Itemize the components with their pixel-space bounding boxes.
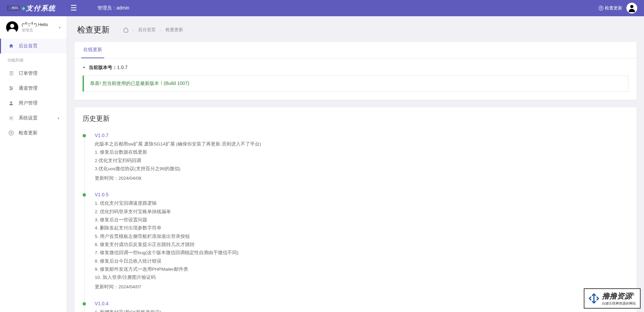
timeline: V1.0.7此版本之后都用sw扩展 废除SG14扩展 (确保你安装了再更新,否则… [74,126,637,312]
timeline-line: 4. 删除发起支付出现参数字符串 [95,224,626,232]
timeline-line: 9. 修复邮件发送方式一改用PHPMailer邮件类 [95,265,626,273]
sidebar-item-label: 通道管理 [19,85,59,91]
logo-area: 二维码 ◆ 支付系统 [0,0,67,16]
svg-point-11 [10,117,12,119]
sidebar-item-label: 检查更新 [19,130,59,136]
timeline-time: 更新时间：2024/04/08 [95,174,626,182]
timeline-line: 1. 修复后台数据在线更新 [95,148,626,156]
timeline-line: 3.优化uos微信协议(支持百分之99的微信) [95,165,626,173]
sidebar-item-label: 订单管理 [19,70,59,76]
user-icon [8,101,14,106]
sidebar-item-settings[interactable]: 系统设置 ▾ [0,111,67,126]
breadcrumb-home[interactable]: 后台首页 [138,27,156,33]
timeline-line: 8. 修复后台今日总收入统计错误 [95,257,626,265]
header-right: 检查更新 [599,3,644,14]
svg-point-10 [10,102,12,103]
history-card: 历史更新 V1.0.7此版本之后都用sw扩展 废除SG14扩展 (确保你安装了再… [74,107,637,312]
sidebar-home-label: 后台首页 [19,43,59,49]
timeline-content: 1. 新增支付宝(新CK新账单协议)2. 新增支付宝自定义上传收款码3. 修复一… [95,308,626,312]
sidebar-section-label: 功能列表 [0,53,67,66]
watermark-icon [589,293,599,304]
svg-point-7 [12,88,13,89]
home-icon[interactable] [123,27,129,32]
timeline-item: V1.0.51. 优化支付宝回调速度跟逻辑2. 优化扫码登录支付宝账单掉线漏单3… [88,192,626,291]
svg-point-1 [630,5,633,8]
chevron-right-icon: › [160,27,161,32]
timeline-line: 6. 修复支付成功后反复提示正在跳转几次才跳转 [95,241,626,249]
user-avatar-small [6,21,18,34]
timeline-version: V1.0.5 [95,192,626,197]
page-header: 检查更新 › 后台首页 › 检查更新 [67,16,644,42]
timeline-dot-icon [83,134,86,137]
gear-icon [8,115,14,121]
user-avatar[interactable] [626,3,637,14]
page-title: 检查更新 [77,24,110,35]
sidebar-item-label: 用户管理 [19,100,59,106]
card-body: 当前版本号：1.0.7 恭喜! 您当前使用的已是最新版本！(Build 1007… [74,59,637,100]
timeline-line: 3. 修复后台一些设置问题 [95,216,626,224]
top-header: 二维码 ◆ 支付系统 ☰ 管理员：admin 检查更新 [0,0,644,16]
sliders-icon [8,86,14,91]
timeline-line: 5. 用户首页模板左侧导航栏添加退出登录按钮 [95,232,626,241]
upload-icon [599,6,603,10]
svg-point-5 [10,87,11,88]
timeline-line: 此版本之后都用sw扩展 废除SG14扩展 (确保你安装了再更新,否则进入不了平台… [95,140,626,148]
history-title: 历史更新 [74,107,637,126]
timeline-dot-icon [83,302,86,306]
version-line: 当前版本号：1.0.7 [83,65,628,71]
watermark-text: 撸撸资源® 白嫖互联网资源的网站 [602,291,636,306]
logo-text: 支付系统 [26,4,56,13]
check-update-label: 检查更新 [605,5,622,11]
timeline-version: V1.0.7 [95,133,626,138]
breadcrumb-current: 检查更新 [165,27,183,33]
admin-label: 管理员：admin [81,5,129,11]
timeline-line: 1. 优化支付宝回调速度跟逻辑 [95,199,626,207]
sidebar-item-channel[interactable]: 通道管理 [0,81,67,96]
timeline-version: V1.0.4 [95,301,626,306]
timeline-line: 10. 加入登录/注册图片验证码 [95,273,626,282]
timeline-line: 2.优化支付宝扫码回调 [95,157,626,165]
sidebar-item-label: 系统设置 [19,115,53,121]
user-role: 管理员 [22,28,55,33]
version-value: 1.0.7 [117,65,128,70]
tab-online-update[interactable]: 在线更新 [81,42,104,58]
user-info: (*╹▽╹*) Hello 管理员 [22,22,55,33]
alert-success: 恭喜! 您当前使用的已是最新版本！(Build 1007) [83,75,628,92]
watermark: 撸撸资源® 白嫖互联网资源的网站 [584,288,641,309]
svg-point-9 [10,89,11,90]
timeline-line: 7. 修复微信回调一些bug(这个版本微信回调稳定性自测由于微信不同) [95,249,626,257]
timeline-content: 此版本之后都用sw扩展 废除SG14扩展 (确保你安装了再更新,否则进入不了平台… [95,140,626,182]
sidebar: (*╹▽╹*) Hello 管理员 ▾ 后台首页 功能列表 ☰ 订单管理 通道管… [0,16,67,312]
menu-toggle-icon[interactable]: ☰ [67,4,81,13]
chevron-down-icon: ▾ [59,26,61,29]
sidebar-item-users[interactable]: 用户管理 [0,96,67,111]
chevron-right-icon: › [133,27,134,32]
list-icon: ☰ [8,70,14,76]
sidebar-item-update[interactable]: 检查更新 [0,126,67,140]
timeline-item: V1.0.7此版本之后都用sw扩展 废除SG14扩展 (确保你安装了再更新,否则… [88,133,626,182]
sidebar-item-home[interactable]: 后台首页 [0,39,67,53]
user-box[interactable]: (*╹▽╹*) Hello 管理员 ▾ [0,16,67,39]
tabs: 在线更新 [74,42,637,59]
check-update-link[interactable]: 检查更新 [599,5,622,11]
sidebar-item-orders[interactable]: ☰ 订单管理 [0,66,67,81]
upload-circle-icon [8,130,14,136]
update-card: 在线更新 当前版本号：1.0.7 恭喜! 您当前使用的已是最新版本！(Build… [74,42,637,100]
logo-diamond-icon: ◆ [22,5,25,11]
home-icon [8,43,14,49]
svg-point-3 [10,24,14,28]
timeline-dot-icon [83,193,86,197]
main-content: 检查更新 › 后台首页 › 检查更新 在线更新 当前版本号：1.0.7 恭喜! … [67,16,644,312]
timeline-item: V1.0.41. 新增支付宝(新CK新账单协议)2. 新增支付宝自定义上传收款码… [88,301,626,312]
breadcrumb: › 后台首页 › 检查更新 [123,27,183,33]
user-hello: (*╹▽╹*) Hello [22,22,55,27]
version-label: 当前版本号： [89,65,117,70]
logo-badge: 二维码 [7,5,20,11]
timeline-line: 1. 新增支付宝(新CK新账单协议) [95,308,626,312]
timeline-line: 2. 优化扫码登录支付宝账单掉线漏单 [95,208,626,216]
timeline-time: 更新时间：2024/04/07 [95,283,626,291]
timeline-content: 1. 优化支付宝回调速度跟逻辑2. 优化扫码登录支付宝账单掉线漏单3. 修复后台… [95,199,626,291]
chevron-down-icon: ▾ [58,116,59,120]
